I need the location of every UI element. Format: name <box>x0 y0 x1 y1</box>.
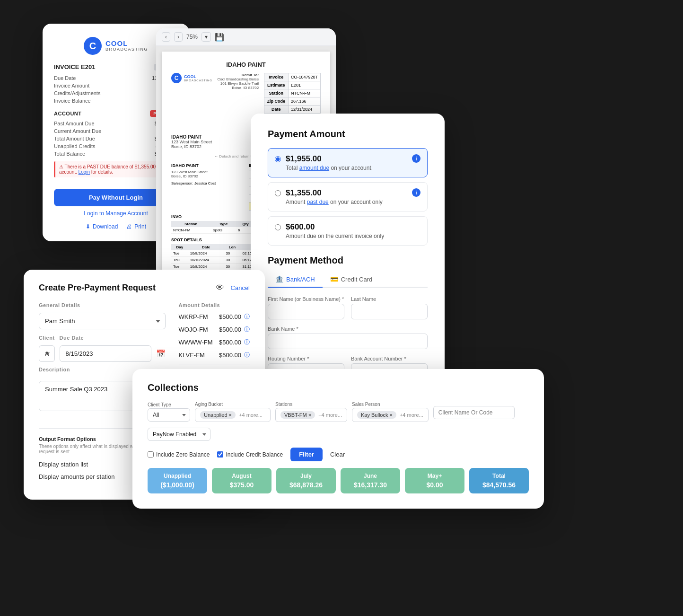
station-row-2: WWWW-FM $500.00 ⓘ <box>179 338 250 346</box>
client-name-input[interactable] <box>433 406 515 419</box>
calendar-icon[interactable]: 📅 <box>156 349 166 358</box>
june-label: June <box>344 473 396 479</box>
summary-tab-total[interactable]: Total $84,570.56 <box>469 468 529 493</box>
sales-person-more: +4 more... <box>400 412 423 418</box>
clear-button[interactable]: Clear <box>330 451 345 458</box>
payment-radio-3[interactable] <box>275 224 281 230</box>
july-label: July <box>280 473 332 479</box>
credit-card-label: Credit Card <box>341 276 372 283</box>
prepay-header: Create Pre-Payment Request 👁 Cancel <box>39 283 250 293</box>
salesperson-select[interactable]: Pam Smith <box>39 313 166 329</box>
summary-tab-july[interactable]: July $68,878.26 <box>276 468 336 493</box>
payment-radio-1[interactable] <box>275 156 281 162</box>
summary-tab-mayplus[interactable]: May+ $0.00 <box>405 468 464 493</box>
logo-cool: COOL <box>105 40 148 48</box>
station-name-0: WKRP-FM <box>179 313 208 320</box>
pdf-dropdown-button[interactable]: ▾ <box>201 32 211 42</box>
zero-balance-label: Include Zero Balance <box>156 451 210 458</box>
logo-icon: C <box>84 37 102 55</box>
pdf-remit-to: Remit To:Cool Broadcasting Boise101 Elwy… <box>218 73 259 90</box>
due-date-label: Due Date <box>60 335 166 341</box>
first-name-group: First Name (or Business Name) * <box>268 296 344 319</box>
pdf-title: IDAHO PAINT <box>171 61 321 68</box>
credit-balance-checkbox[interactable] <box>217 451 223 458</box>
pdf-back-button[interactable]: ‹ <box>162 32 170 42</box>
cancel-button[interactable]: Cancel <box>231 284 250 291</box>
client-type-label: Client Type <box>148 402 190 407</box>
aging-unapplied-tag: Unapplied × <box>200 411 236 419</box>
sales-person-filter: Sales Person Kay Bullock × +4 more... <box>352 402 429 422</box>
summary-tab-unapplied[interactable]: Unapplied ($1,000.00) <box>148 468 207 493</box>
invoice-number: INVOICE E201 <box>54 63 95 70</box>
collections-card: Collections Client Type All Aging Bucket… <box>132 369 544 509</box>
station-info-2[interactable]: ⓘ <box>244 338 250 346</box>
name-row: First Name (or Business Name) * Last Nam… <box>268 296 428 319</box>
payment-option-2[interactable]: $1,355.00 Amount past due on your accoun… <box>268 182 428 211</box>
zero-balance-checkbox[interactable] <box>148 451 154 458</box>
preview-icon[interactable]: 👁 <box>216 283 224 293</box>
bank-name-input[interactable] <box>268 334 428 349</box>
stations-input[interactable]: VBBT-FM × +4 more... <box>275 408 347 422</box>
filter-button[interactable]: Filter <box>290 448 323 461</box>
client-select[interactable]: Adams Air Conditioning <box>39 345 55 362</box>
prepay-title: Create Pre-Payment Request <box>39 283 156 293</box>
pdf-zoom: 75% <box>186 34 198 40</box>
login-link[interactable]: Login <box>79 169 90 175</box>
stations-label: Stations <box>275 402 347 407</box>
first-name-label: First Name (or Business Name) * <box>268 296 344 302</box>
zero-balance-checkbox-label[interactable]: Include Zero Balance <box>148 451 210 458</box>
station-name-3: KLVE-FM <box>179 352 205 359</box>
toggle-station-label: Display station list <box>39 461 88 468</box>
payment-desc-3: Amount due on the current invoice only <box>286 233 420 239</box>
info-icon-2[interactable]: i <box>412 188 420 197</box>
amount-details-label: Amount Details <box>179 302 250 308</box>
client-label: Client <box>39 335 55 341</box>
client-name-filter <box>433 405 515 419</box>
sales-person-input[interactable]: Kay Bullock × +4 more... <box>352 408 429 422</box>
paynow-filter: PayNow Enabled <box>148 427 210 441</box>
paynow-select[interactable]: PayNow Enabled <box>148 428 210 441</box>
collections-title: Collections <box>148 382 529 393</box>
client-type-select[interactable]: All <box>148 408 190 422</box>
mayplus-label: May+ <box>409 473 461 479</box>
tab-credit-card[interactable]: 💳 Credit Card <box>323 272 380 288</box>
pdf-left-col: IDAHO PAINT 123 West Main StreetBoise, I… <box>171 163 243 211</box>
total-value: $84,570.56 <box>473 481 525 489</box>
stations-more: +4 more... <box>318 412 342 418</box>
payment-option-3[interactable]: $600.00 Amount due on the current invoic… <box>268 216 428 246</box>
payment-option-1[interactable]: $1,955.00 Total amount due on your accou… <box>268 148 428 177</box>
station-name-1: WOJO-FM <box>179 326 208 333</box>
method-title: Payment Method <box>268 255 428 266</box>
pdf-forward-button[interactable]: › <box>174 32 183 42</box>
station-info-1[interactable]: ⓘ <box>244 326 250 334</box>
payment-radio-2[interactable] <box>275 190 281 196</box>
station-info-3[interactable]: ⓘ <box>244 351 250 359</box>
bank-icon: 🏦 <box>275 275 283 283</box>
last-name-input[interactable] <box>351 304 428 319</box>
payment-amount-2: $1,355.00 <box>286 188 407 198</box>
station-row-1: WOJO-FM $500.00 ⓘ <box>179 326 250 334</box>
client-date-row: Client Adams Air Conditioning Due Date 📅 <box>39 335 166 362</box>
print-link[interactable]: 🖨 Print <box>126 223 146 230</box>
summary-tab-june[interactable]: June $16,317.30 <box>341 468 400 493</box>
aging-bucket-label: Aging Bucket <box>195 402 271 407</box>
due-date-input[interactable] <box>60 345 151 362</box>
aging-bucket-input[interactable]: Unapplied × +4 more... <box>195 408 271 422</box>
credit-balance-checkbox-label[interactable]: Include Credit Balance <box>217 451 283 458</box>
toggle-amounts-label: Display amounts per station <box>39 473 114 480</box>
credit-card-icon: 💳 <box>330 275 338 283</box>
pdf-save-icon: 💾 <box>215 33 224 42</box>
first-name-input[interactable] <box>268 304 344 319</box>
payment-amount-1: $1,955.00 <box>286 154 407 164</box>
station-name-2: WWWW-FM <box>179 339 213 346</box>
prepay-actions: 👁 Cancel <box>216 283 250 293</box>
download-link[interactable]: ⬇ Download <box>86 223 118 230</box>
station-info-0[interactable]: ⓘ <box>244 313 250 321</box>
tab-bank-ach[interactable]: 🏦 Bank/ACH <box>268 272 323 288</box>
print-icon: 🖨 <box>126 223 132 230</box>
summary-tab-august[interactable]: August $375.00 <box>212 468 271 493</box>
last-name-group: Last Name <box>351 296 428 319</box>
aging-more: +4 more... <box>239 412 263 418</box>
info-icon-1[interactable]: i <box>412 154 420 163</box>
august-value: $375.00 <box>216 481 268 489</box>
